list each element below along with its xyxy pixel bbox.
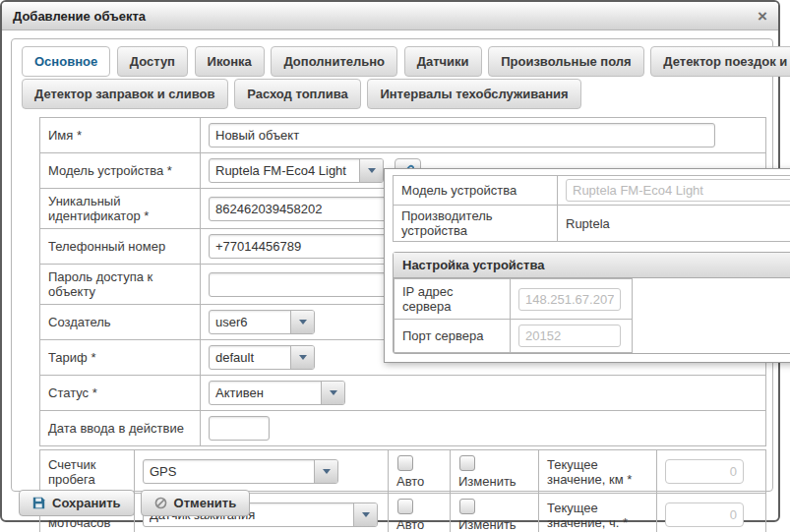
popup-device-model-label: Модель устройства xyxy=(394,176,558,206)
engine-hours-auto-checkbox[interactable] xyxy=(397,499,413,514)
cancel-button[interactable]: Отменить xyxy=(141,490,251,516)
commission-date-input[interactable] xyxy=(209,416,270,441)
device-settings-table: IP адрес сервера Порт сервера xyxy=(394,278,633,353)
mileage-counter-row: Счетчик пробега Авто Изменить Текущее зн… xyxy=(40,450,766,494)
mileage-counter-label: Счетчик пробега xyxy=(40,450,135,494)
floppy-disk-icon xyxy=(32,497,45,509)
device-model-label: Модель устройства * xyxy=(40,153,201,189)
chevron-down-icon[interactable] xyxy=(353,503,377,526)
engine-hours-current-input xyxy=(665,502,744,527)
tab-main[interactable]: Основное xyxy=(22,46,110,77)
creator-select[interactable] xyxy=(209,310,315,334)
device-model-value[interactable] xyxy=(210,159,359,182)
tab-service-intervals[interactable]: Интервалы техобслуживания xyxy=(367,79,580,109)
tab-trip-detector[interactable]: Детектор поездок и стоянок xyxy=(650,46,790,77)
cancel-button-label: Отменить xyxy=(174,496,237,510)
popup-manufacturer-label: Производитель устройства xyxy=(394,206,558,242)
popup-manufacturer-value: Ruptela xyxy=(558,206,790,242)
tab-fuel-detector[interactable]: Детектор заправок и сливов xyxy=(22,79,228,109)
dialog-titlebar[interactable]: Добавление объекта × xyxy=(2,2,778,30)
server-port-input xyxy=(518,325,621,347)
chevron-down-icon[interactable] xyxy=(359,159,383,182)
tabs-row-2: Детектор заправок и сливов Расход топлив… xyxy=(22,79,762,109)
mileage-auto-checkbox[interactable] xyxy=(397,455,413,471)
chevron-down-icon[interactable] xyxy=(290,346,314,369)
chevron-down-icon[interactable] xyxy=(321,382,344,404)
tariff-label: Тариф * xyxy=(40,340,201,376)
mileage-current-label: Текущее значение, км * xyxy=(539,450,657,494)
mileage-current-input xyxy=(665,459,744,484)
status-value[interactable] xyxy=(210,382,321,404)
device-settings-popup: Модель устройства Производитель устройст… xyxy=(384,168,790,363)
server-port-label: Порт сервера xyxy=(395,320,511,353)
tab-fuel-consumption[interactable]: Расход топлива xyxy=(234,79,361,109)
tab-custom-fields[interactable]: Произвольные поля xyxy=(488,46,643,77)
tabs-row-1: Основное Доступ Иконка Дополнительно Дат… xyxy=(22,46,762,77)
tab-access[interactable]: Доступ xyxy=(117,46,188,77)
device-info-table: Модель устройства Производитель устройст… xyxy=(393,175,790,242)
close-icon[interactable]: × xyxy=(758,8,767,25)
mileage-auto-label: Авто xyxy=(396,474,442,489)
popup-row: Модель устройства xyxy=(394,176,790,206)
save-button-label: Сохранить xyxy=(52,496,121,510)
server-ip-input xyxy=(518,288,621,311)
engine-hours-current-label: Текущее значение, ч. * xyxy=(539,494,657,532)
chevron-down-icon[interactable] xyxy=(290,311,314,333)
popup-row: IP адрес сервера xyxy=(395,279,633,320)
mileage-change-label: Изменить xyxy=(458,474,530,489)
unique-id-label: Уникальный идентификатор * xyxy=(40,189,201,229)
tab-sensors[interactable]: Датчики xyxy=(404,46,482,77)
creator-label: Создатель xyxy=(40,305,201,340)
mileage-counter-value[interactable] xyxy=(144,460,314,483)
engine-hours-change-checkbox[interactable] xyxy=(459,499,475,514)
phone-label: Телефонный номер xyxy=(40,229,201,265)
device-model-select[interactable] xyxy=(209,158,384,183)
tariff-select[interactable] xyxy=(209,345,315,370)
chevron-down-icon[interactable] xyxy=(314,460,337,483)
name-label: Имя * xyxy=(40,118,201,153)
mileage-change-checkbox[interactable] xyxy=(459,455,475,471)
popup-row: Порт сервера xyxy=(395,320,633,353)
engine-hours-change-label: Изменить xyxy=(458,517,530,532)
form-row: Дата ввода в действие xyxy=(40,411,766,446)
password-label: Пароль доступа к объекту xyxy=(40,265,201,305)
tariff-value[interactable] xyxy=(210,346,290,369)
dialog-title: Добавление объекта xyxy=(13,9,146,24)
engine-hours-auto-label: Авто xyxy=(396,517,442,532)
device-settings-title: Настройка устройства xyxy=(394,253,790,278)
form-row: Имя * xyxy=(40,118,766,153)
server-ip-label: IP адрес сервера xyxy=(395,279,511,320)
dialog-footer: Сохранить Отменить xyxy=(19,490,250,516)
popup-device-model-input xyxy=(566,179,790,202)
save-button[interactable]: Сохранить xyxy=(19,490,135,516)
status-label: Статус * xyxy=(40,376,201,411)
form-row: Статус * xyxy=(40,376,766,411)
device-settings-fieldset: Настройка устройства IP адрес сервера По… xyxy=(393,252,790,354)
commission-date-label: Дата ввода в действие xyxy=(40,411,201,446)
cancel-circle-icon xyxy=(154,497,167,509)
tab-icon[interactable]: Иконка xyxy=(195,46,265,77)
name-input[interactable] xyxy=(209,123,715,148)
creator-value[interactable] xyxy=(210,311,290,333)
popup-row: Производитель устройства Ruptela xyxy=(394,206,790,242)
tab-advanced[interactable]: Дополнительно xyxy=(271,46,397,77)
status-select[interactable] xyxy=(209,381,345,405)
mileage-counter-select[interactable] xyxy=(143,459,338,484)
